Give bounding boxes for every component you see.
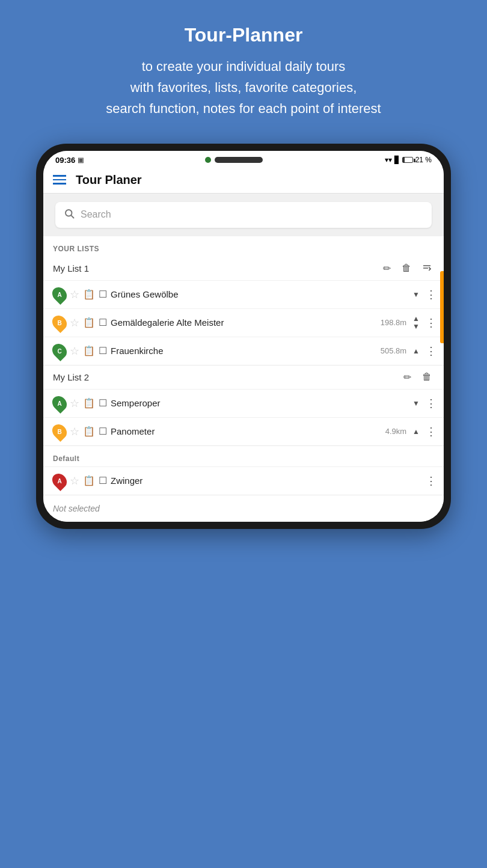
map-pin-green-a2: A xyxy=(49,393,70,414)
clipboard-button[interactable]: 📋 xyxy=(83,475,95,486)
wifi-icon: ▾▾ xyxy=(385,156,392,164)
clipboard-button[interactable]: 📋 xyxy=(83,397,95,409)
signal-icon: ▊ xyxy=(394,156,400,164)
section-default: Default xyxy=(43,446,444,466)
item-menu-button[interactable]: ⋮ xyxy=(423,425,439,438)
phone-frame: 09:36 ▣ ▾▾ ▊ 21 % Tour xyxy=(36,144,451,529)
checkbox-button[interactable]: ☐ xyxy=(99,397,107,409)
sort-arrows: ▲ xyxy=(412,347,420,355)
status-time: 09:36 ▣ xyxy=(55,156,84,165)
hamburger-menu-button[interactable] xyxy=(53,175,66,185)
star-button[interactable]: ☆ xyxy=(70,316,79,329)
arrow-down-button[interactable]: ▼ xyxy=(412,400,420,407)
item-menu-button[interactable]: ⋮ xyxy=(423,474,439,487)
arrow-up-button[interactable]: ▲ xyxy=(412,347,420,355)
arrow-down-button[interactable]: ▼ xyxy=(412,323,420,330)
item-menu-button[interactable]: ⋮ xyxy=(423,316,439,329)
promo-title: Tour-Planner xyxy=(18,24,469,46)
item-distance: 4.9km xyxy=(385,427,406,436)
app-bar: Tour Planer xyxy=(43,167,444,194)
list1-sort-button[interactable] xyxy=(420,262,434,274)
list2-delete-button[interactable]: 🗑 xyxy=(420,370,434,384)
map-pin-yellow-b: B xyxy=(49,313,70,333)
star-button[interactable]: ☆ xyxy=(70,425,79,438)
item-name: Semperoper xyxy=(111,398,403,408)
item-name: Grünes Gewölbe xyxy=(111,289,403,299)
list1-delete-button[interactable]: 🗑 xyxy=(399,261,414,275)
star-button[interactable]: ☆ xyxy=(70,288,79,301)
section-your-lists: YOUR LISTS xyxy=(43,236,444,257)
arrow-up-button[interactable]: ▲ xyxy=(412,428,420,435)
promo-description: to create your individual daily tours wi… xyxy=(18,56,469,120)
search-placeholder: Search xyxy=(81,209,111,220)
map-pin-yellow-b2: B xyxy=(49,421,70,442)
app-title: Tour Planer xyxy=(76,173,142,187)
list2-header-row: My List 2 ✏ 🗑 xyxy=(43,365,444,389)
arrow-up-button[interactable]: ▲ xyxy=(412,315,420,322)
item-name: Zwinger xyxy=(111,475,414,486)
status-notch xyxy=(205,157,263,163)
sort-arrows: ▼ xyxy=(412,291,420,298)
checkbox-button[interactable]: ☐ xyxy=(99,289,107,300)
checkbox-button[interactable]: ☐ xyxy=(99,345,107,356)
checkbox-button[interactable]: ☐ xyxy=(99,426,107,437)
checkbox-button[interactable]: ☐ xyxy=(99,317,107,328)
list1-name: My List 1 xyxy=(53,263,375,274)
item-name: Frauenkirche xyxy=(111,346,377,356)
clipboard-button[interactable]: 📋 xyxy=(83,317,95,328)
list1-header-row: My List 1 ✏ 🗑 xyxy=(43,257,444,280)
list-item: A ☆ 📋 ☐ Semperoper ▼ ⋮ xyxy=(43,389,444,417)
notch-bar xyxy=(215,157,263,163)
list-item: A ☆ 📋 ☐ Zwinger ⋮ xyxy=(43,466,444,495)
item-name: Panometer xyxy=(111,426,382,436)
sort-arrows: ▼ xyxy=(412,400,420,407)
sort-arrows: ▲ xyxy=(412,428,420,435)
map-pin-green-a: A xyxy=(49,284,70,305)
star-button[interactable]: ☆ xyxy=(70,397,79,410)
clipboard-button[interactable]: 📋 xyxy=(83,289,95,300)
list-item: B ☆ 📋 ☐ Gemäldegalerie Alte Meister 198.… xyxy=(43,308,444,337)
item-distance: 505.8m xyxy=(381,346,406,355)
clipboard-button[interactable]: 📋 xyxy=(83,426,95,437)
checkbox-button[interactable]: ☐ xyxy=(99,475,107,486)
promo-header: Tour-Planner to create your individual d… xyxy=(0,0,487,138)
sort-arrows: ▲ ▼ xyxy=(412,315,420,330)
item-menu-button[interactable]: ⋮ xyxy=(423,288,439,301)
phone-screen: 09:36 ▣ ▾▾ ▊ 21 % Tour xyxy=(43,151,444,522)
search-area: Search xyxy=(43,194,444,236)
star-button[interactable]: ☆ xyxy=(70,344,79,358)
content-area: YOUR LISTS My List 1 ✏ 🗑 A ☆ 📋 ☐ Grünes … xyxy=(43,236,444,522)
battery-icon xyxy=(402,157,413,163)
status-icon: ▣ xyxy=(78,156,84,164)
item-menu-button[interactable]: ⋮ xyxy=(423,344,439,358)
clipboard-button[interactable]: 📋 xyxy=(83,345,95,356)
star-button[interactable]: ☆ xyxy=(70,474,79,487)
search-icon xyxy=(64,208,75,222)
svg-line-1 xyxy=(71,215,73,218)
list2-edit-button[interactable]: ✏ xyxy=(401,370,414,384)
not-selected-label: Not selected xyxy=(43,495,444,522)
list-item: B ☆ 📋 ☐ Panometer 4.9km ▲ ⋮ xyxy=(43,417,444,445)
item-name: Gemäldegalerie Alte Meister xyxy=(111,317,377,328)
item-distance: 198.8m xyxy=(381,318,406,327)
camera-dot xyxy=(205,157,211,163)
search-box[interactable]: Search xyxy=(55,202,432,228)
list-item: C ☆ 📋 ☐ Frauenkirche 505.8m ▲ ⋮ xyxy=(43,337,444,365)
list2-name: My List 2 xyxy=(53,372,395,382)
status-right: ▾▾ ▊ 21 % xyxy=(385,156,432,164)
scroll-indicator xyxy=(440,271,444,343)
item-menu-button[interactable]: ⋮ xyxy=(423,397,439,410)
status-bar: 09:36 ▣ ▾▾ ▊ 21 % xyxy=(43,151,444,167)
map-pin-red-a: A xyxy=(49,471,70,491)
list1-edit-button[interactable]: ✏ xyxy=(381,261,393,275)
list-item: A ☆ 📋 ☐ Grünes Gewölbe ▼ ⋮ xyxy=(43,280,444,308)
map-pin-green-c: C xyxy=(49,341,70,361)
arrow-down-button[interactable]: ▼ xyxy=(412,291,420,298)
